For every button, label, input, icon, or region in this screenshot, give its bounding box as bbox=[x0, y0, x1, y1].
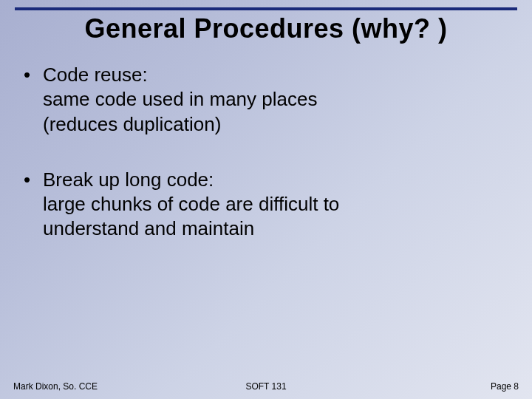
slide-title: General Procedures (why? ) bbox=[0, 13, 532, 44]
slide-content: • Code reuse: same code used in many pla… bbox=[22, 63, 510, 273]
bullet-item: • Code reuse: same code used in many pla… bbox=[22, 63, 510, 137]
bullet-line: same code used in many places bbox=[22, 87, 510, 112]
footer-page: Page 8 bbox=[491, 381, 519, 392]
bullet-head: Code reuse: bbox=[43, 63, 510, 87]
slide-footer: Mark Dixon, So. CCE SOFT 131 Page 8 bbox=[13, 381, 519, 392]
bullet-dot-icon: • bbox=[22, 63, 43, 87]
bullet-line: (reduces duplication) bbox=[22, 112, 510, 137]
bullet-dot-icon: • bbox=[22, 168, 43, 192]
bullet-head: Break up long code: bbox=[43, 168, 510, 192]
bullet-item: • Break up long code: large chunks of co… bbox=[22, 168, 510, 242]
bullet-line: large chunks of code are difficult to bbox=[22, 192, 510, 216]
footer-author: Mark Dixon, So. CCE bbox=[13, 381, 98, 392]
title-rule bbox=[15, 7, 517, 10]
bullet-line: understand and maintain bbox=[22, 216, 510, 241]
